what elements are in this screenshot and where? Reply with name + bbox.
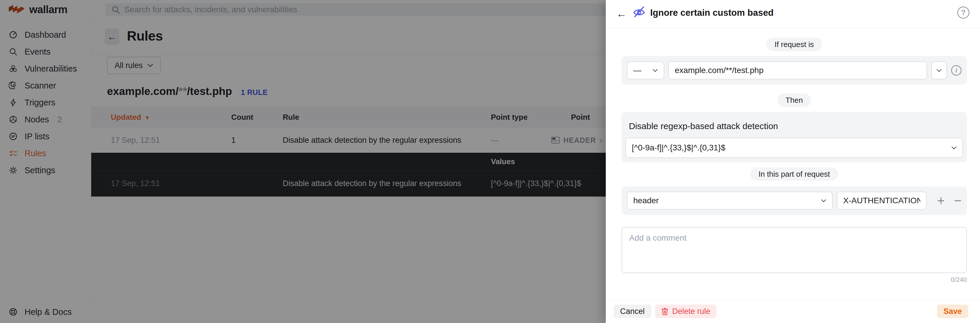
back-arrow-icon: ← xyxy=(616,8,627,19)
remove-part-button[interactable]: − xyxy=(954,194,962,207)
action-title: Disable regexp-based attack detection xyxy=(625,112,963,131)
part-of-request-pill: In this part of request xyxy=(750,167,838,181)
part-type-value: header xyxy=(633,196,659,205)
drawer-body: If request is — i Then Disable r xyxy=(622,28,967,283)
comment-char-counter: 0/240 xyxy=(622,276,967,283)
delete-rule-button[interactable]: Delete rule xyxy=(655,305,716,318)
drawer-header: ← Ignore certain custom based ? xyxy=(606,0,980,28)
trash-icon xyxy=(661,307,669,315)
modal-dim-overlay[interactable] xyxy=(0,0,606,323)
drawer-title: Ignore certain custom based xyxy=(650,8,773,18)
chevron-down-icon xyxy=(936,69,942,72)
regex-value: [^0-9a-f]|^.{33,}$|^.{0,31}$ xyxy=(632,143,725,152)
then-pill: Then xyxy=(777,93,811,107)
rule-edit-drawer: ← Ignore certain custom based ? If reque… xyxy=(606,0,980,323)
add-part-button[interactable]: + xyxy=(937,194,945,207)
condition-operator-select[interactable]: — xyxy=(627,61,664,79)
part-value-field xyxy=(837,192,927,210)
action-card: Disable regexp-based attack detection [^… xyxy=(622,112,967,162)
part-value-input[interactable] xyxy=(843,196,920,205)
drawer-back-button[interactable]: ← xyxy=(616,8,627,20)
chevron-down-icon xyxy=(951,146,957,149)
request-part-row: header + − xyxy=(622,186,967,215)
condition-extra-select[interactable] xyxy=(931,61,947,79)
uri-field xyxy=(668,61,927,79)
uri-input[interactable] xyxy=(675,66,921,75)
ignore-eye-off-icon xyxy=(632,4,647,19)
info-icon[interactable]: i xyxy=(951,65,962,76)
comment-textarea[interactable] xyxy=(622,227,967,273)
cancel-button[interactable]: Cancel xyxy=(614,305,651,318)
operator-value: — xyxy=(633,66,641,75)
drawer-footer: Cancel Delete rule Save xyxy=(606,299,980,323)
chevron-down-icon xyxy=(652,69,658,72)
if-request-is-pill: If request is xyxy=(766,38,822,51)
regex-select[interactable]: [^0-9a-f]|^.{33,}$|^.{0,31}$ xyxy=(625,138,963,158)
help-circle-icon[interactable]: ? xyxy=(957,6,969,19)
condition-row: — i xyxy=(622,56,967,85)
save-button[interactable]: Save xyxy=(937,305,968,318)
part-type-select[interactable]: header xyxy=(627,192,833,210)
chevron-down-icon xyxy=(821,199,826,203)
